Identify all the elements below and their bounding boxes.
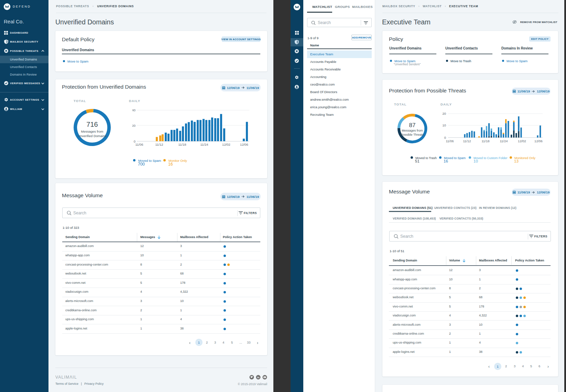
svg-text:Unverified Domains: Unverified Domains [78,134,107,138]
svg-text:12/02: 12/02 [518,139,526,143]
svg-text:Messages from: Messages from [402,129,423,132]
svg-text:11/12: 11/12 [463,139,471,143]
svg-text:10: 10 [442,123,446,127]
svg-text:11/12: 11/12 [155,143,163,146]
svg-text:12/02: 12/02 [222,143,230,146]
svg-text:12/06: 12/06 [534,139,543,143]
svg-text:0: 0 [444,136,446,139]
svg-text:87: 87 [409,122,416,128]
svg-text:11/06: 11/06 [446,139,454,143]
svg-text:12/06: 12/06 [240,143,248,146]
svg-text:Messages from: Messages from [81,130,104,133]
svg-text:11/24: 11/24 [500,139,508,143]
svg-text:20: 20 [442,112,446,115]
svg-text:11/18: 11/18 [178,143,186,146]
svg-text:40: 40 [132,108,135,112]
svg-text:Possible Threats: Possible Threats [401,133,424,136]
svg-text:11/24: 11/24 [200,143,208,146]
svg-text:11/06: 11/06 [135,143,143,146]
svg-text:716: 716 [86,121,98,128]
svg-text:20: 20 [132,124,135,127]
svg-text:in: in [257,376,260,379]
svg-text:11/18: 11/18 [481,139,489,143]
